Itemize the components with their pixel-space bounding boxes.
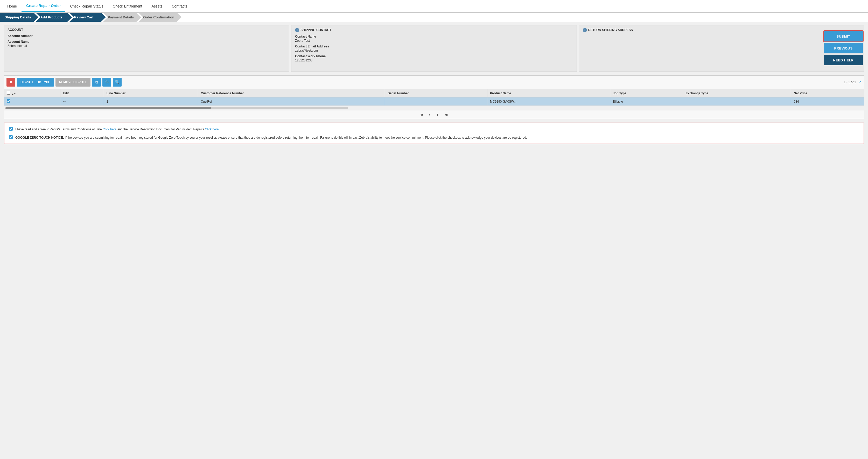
- contact-phone-label: Contact Work Phone: [295, 55, 573, 58]
- row-customer-ref: CustRef: [198, 97, 385, 106]
- row-edit-cell[interactable]: ✏: [60, 97, 104, 106]
- close-button[interactable]: ✕: [6, 78, 15, 87]
- remove-dispute-button[interactable]: REMOVE DISPUTE: [56, 78, 91, 87]
- row-checkbox-cell: [4, 97, 60, 106]
- page-last-button[interactable]: ⏭: [443, 112, 450, 117]
- account-name-value: Zebra Internal: [7, 44, 285, 48]
- row-job-type: Billable: [610, 97, 683, 106]
- pagination-info: 1 - 1 of 1 ↗: [844, 80, 862, 85]
- table-header-row: ▲▼ Edit Line Number Customer Reference N…: [4, 89, 864, 97]
- search-button[interactable]: 🔍: [113, 78, 122, 87]
- shipping-contact-info-icon: i: [295, 28, 299, 32]
- terms-text-2: GOOGLE ZERO TOUCH NOTICE: If the devices…: [15, 135, 527, 140]
- attachment-button[interactable]: 📎: [102, 78, 111, 87]
- account-panel-title: ACCOUNT: [7, 28, 285, 32]
- scroll-thumb[interactable]: [5, 107, 211, 109]
- page-next-button[interactable]: ⏵: [435, 112, 441, 117]
- expand-icon[interactable]: ↗: [858, 80, 862, 85]
- contact-email-label: Contact Email Address: [295, 44, 573, 48]
- select-all-checkbox[interactable]: [7, 91, 10, 95]
- contact-email-value: zebra@test.com: [295, 49, 573, 52]
- return-shipping-title: i RETURN SHIPPING ADDRESS: [583, 28, 861, 32]
- nav-assets[interactable]: Assets: [147, 1, 167, 12]
- top-navigation: Home Create Repair Order Check Repair St…: [0, 0, 868, 13]
- horizontal-scrollbar[interactable]: [4, 106, 864, 110]
- contact-name-value: Zebra Test: [295, 39, 573, 42]
- dispute-job-type-button[interactable]: DISPUTE JOB TYPE: [17, 78, 54, 87]
- col-edit: Edit: [60, 89, 104, 97]
- col-line-number: Line Number: [104, 89, 198, 97]
- col-job-type: Job Type: [610, 89, 683, 97]
- products-table: ▲▼ Edit Line Number Customer Reference N…: [4, 89, 864, 106]
- terms-link-1[interactable]: Click here: [103, 128, 116, 131]
- col-customer-ref: Customer Reference Number: [198, 89, 385, 97]
- return-shipping-info-icon: i: [583, 28, 587, 32]
- terms-checkbox-2[interactable]: [9, 135, 13, 139]
- row-line-number: 1: [104, 97, 198, 106]
- col-exchange-type: Exchange Type: [683, 89, 791, 97]
- wizard-step-shipping[interactable]: Shipping Details: [0, 13, 38, 22]
- shipping-contact-title: i SHIPPING CONTACT: [295, 28, 573, 32]
- wizard-step-payment[interactable]: Payment Details: [103, 13, 141, 22]
- wizard-step-add-products[interactable]: Add Products: [36, 13, 72, 22]
- pagination-controls: ⏮ ⏴ ⏵ ⏭: [4, 110, 864, 119]
- main-content: SUBMIT PREVIOUS NEED HELP ACCOUNT Accoun…: [0, 22, 868, 150]
- contact-phone-value: 1231231233: [295, 59, 573, 62]
- terms-link-2[interactable]: Click here: [205, 128, 219, 131]
- page-first-button[interactable]: ⏮: [418, 112, 425, 117]
- submit-button[interactable]: SUBMIT: [824, 31, 863, 41]
- col-checkbox: ▲▼: [4, 89, 60, 97]
- row-serial-number: [385, 97, 487, 106]
- account-name-label: Account Name: [7, 40, 285, 43]
- page-prev-button[interactable]: ⏴: [427, 112, 433, 117]
- terms-row-2: GOOGLE ZERO TOUCH NOTICE: If the devices…: [9, 135, 859, 140]
- edit-icon[interactable]: ✏: [63, 100, 66, 103]
- table-section: ✕ DISPUTE JOB TYPE REMOVE DISPUTE ⧉ 📎 🔍 …: [4, 75, 864, 119]
- contact-name-label: Contact Name: [295, 35, 573, 38]
- terms-text-1: I have read and agree to Zebra's Terms a…: [15, 127, 220, 132]
- row-exchange-type: [683, 97, 791, 106]
- sort-icons: ▲▼: [12, 93, 16, 95]
- nav-check-repair-status[interactable]: Check Repair Status: [65, 1, 108, 12]
- row-checkbox[interactable]: [7, 99, 10, 103]
- return-shipping-panel: i RETURN SHIPPING ADDRESS: [579, 25, 864, 72]
- col-net-price: Net Price: [791, 89, 864, 97]
- previous-button[interactable]: PREVIOUS: [824, 43, 863, 54]
- copy-button[interactable]: ⧉: [92, 78, 101, 87]
- toolbar: ✕ DISPUTE JOB TYPE REMOVE DISPUTE ⧉ 📎 🔍 …: [4, 76, 864, 89]
- row-product-name: MC9190-GA0SW...: [487, 97, 610, 106]
- wizard-step-review-cart[interactable]: Review Cart: [69, 13, 106, 22]
- nav-home[interactable]: Home: [3, 1, 22, 12]
- col-serial-number: Serial Number: [385, 89, 487, 97]
- right-panel: SUBMIT PREVIOUS NEED HELP: [824, 31, 863, 65]
- col-product-name: Product Name: [487, 89, 610, 97]
- terms-row-1: I have read and agree to Zebra's Terms a…: [9, 127, 859, 132]
- account-panel: ACCOUNT Account Number Account Name Zebr…: [4, 25, 289, 72]
- wizard-step-order-confirmation[interactable]: Order Confirmation: [138, 13, 182, 22]
- table-row: ✏ 1 CustRef MC9190-GA0SW... Billable €84: [4, 97, 864, 106]
- need-help-button[interactable]: NEED HELP: [824, 55, 863, 65]
- google-zero-touch-label: GOOGLE ZERO TOUCH NOTICE:: [15, 136, 64, 139]
- shipping-contact-panel: i SHIPPING CONTACT Contact Name Zebra Te…: [291, 25, 577, 72]
- terms-checkbox-1[interactable]: [9, 127, 13, 131]
- terms-section: I have read and agree to Zebra's Terms a…: [4, 123, 864, 144]
- row-net-price: €84: [791, 97, 864, 106]
- nav-check-entitlement[interactable]: Check Entitlement: [108, 1, 147, 12]
- scroll-track[interactable]: [5, 107, 348, 109]
- table-wrapper: ▲▼ Edit Line Number Customer Reference N…: [4, 89, 864, 106]
- nav-create-repair-order[interactable]: Create Repair Order: [22, 0, 65, 12]
- nav-contracts[interactable]: Contracts: [167, 1, 192, 12]
- info-panels: ACCOUNT Account Number Account Name Zebr…: [4, 25, 864, 72]
- account-number-label: Account Number: [7, 34, 285, 38]
- wizard-bar: Shipping Details Add Products Review Car…: [0, 13, 868, 22]
